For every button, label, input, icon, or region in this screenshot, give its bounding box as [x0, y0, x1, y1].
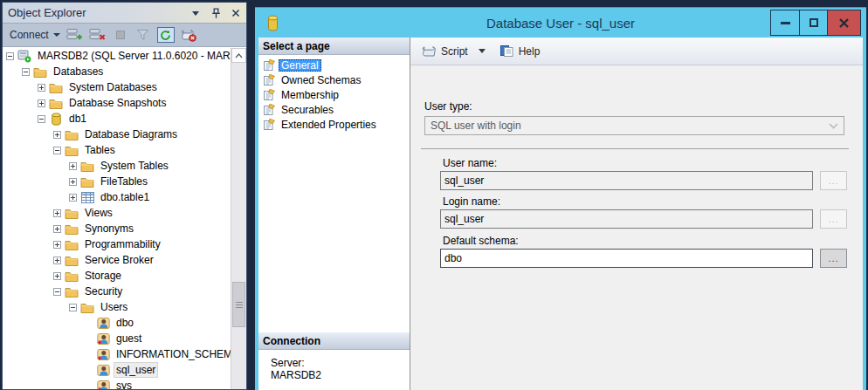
tree-item-sql-user[interactable]: sql_user	[3, 362, 246, 378]
tree-item-users[interactable]: Users	[3, 299, 246, 315]
tree-item-label: sys	[114, 379, 134, 389]
tree-item-database-snapshots[interactable]: Database Snapshots	[3, 95, 246, 111]
page-item-membership[interactable]: Membership	[258, 87, 410, 102]
dialog-titlebar[interactable]: Database User - sql_user	[255, 8, 866, 38]
collapse-icon[interactable]	[69, 304, 77, 311]
help-button[interactable]: Help	[498, 43, 542, 59]
page-icon	[262, 58, 276, 72]
collapse-icon[interactable]	[53, 288, 61, 296]
tree-item-views[interactable]: Views	[3, 205, 246, 221]
page-item-owned-schemas[interactable]: Owned Schemas	[258, 72, 410, 87]
tree-item-label: INFORMATION_SCHEM	[114, 347, 234, 361]
browse-button[interactable]: ...	[820, 249, 847, 268]
section-divider	[421, 148, 849, 149]
page-item-securables[interactable]: Securables	[258, 102, 410, 117]
folder-icon	[65, 270, 79, 282]
tree-item-system-databases[interactable]: System Databases	[3, 79, 246, 95]
tree-scrollbar[interactable]	[231, 48, 246, 389]
user-icon	[96, 364, 110, 377]
collapse-icon[interactable]	[38, 115, 45, 123]
user-type-select[interactable]: SQL user with login	[424, 116, 844, 135]
tree-item-db1[interactable]: db1	[3, 111, 246, 127]
window-position-icon[interactable]	[189, 7, 202, 19]
collapse-icon[interactable]	[22, 68, 30, 76]
folder-icon	[80, 302, 94, 313]
expand-icon[interactable]	[53, 257, 61, 264]
remove-filter-icon[interactable]	[180, 27, 197, 43]
filter-icon	[134, 27, 152, 43]
collapse-icon[interactable]	[53, 147, 61, 154]
expand-icon[interactable]	[69, 178, 77, 186]
server-label: Server:	[271, 357, 410, 369]
tree-item-dbo-table1[interactable]: dbo.table1	[3, 189, 246, 205]
page-icon	[262, 88, 276, 101]
minimize-button[interactable]	[771, 10, 799, 35]
tree-item-synonyms[interactable]: Synonyms	[3, 221, 246, 236]
stop-icon	[112, 27, 129, 43]
connect-server-icon[interactable]	[66, 27, 84, 43]
collapse-icon[interactable]	[6, 52, 14, 60]
dialog-main-pane: Script Help User type: SQL user with log…	[410, 38, 863, 390]
folder-icon	[80, 176, 94, 188]
expand-icon[interactable]	[69, 194, 77, 202]
scroll-up-button[interactable]	[231, 48, 246, 63]
chevron-down-icon	[53, 33, 60, 37]
expand-icon[interactable]	[53, 225, 61, 233]
expand-icon[interactable]	[53, 241, 61, 249]
maximize-button[interactable]	[799, 10, 827, 35]
disconnect-server-icon[interactable]	[89, 27, 107, 43]
tree-item-label: sql_user	[114, 363, 157, 377]
chevron-down-icon	[829, 123, 838, 129]
tree-item-security[interactable]: Security	[3, 284, 246, 299]
scrollbar-thumb[interactable]	[232, 282, 245, 327]
script-button[interactable]: Script	[419, 44, 470, 59]
close-button[interactable]	[827, 10, 860, 35]
page-item-label: Owned Schemas	[279, 74, 363, 86]
tree-item-label: Users	[99, 300, 129, 314]
connect-button[interactable]: Connect	[10, 29, 60, 41]
database-user-dialog: Database User - sql_user Select a page G…	[255, 7, 866, 390]
page-icon	[262, 118, 276, 131]
server-icon	[17, 49, 31, 63]
script-dropdown-icon[interactable]	[479, 49, 486, 53]
tree-item-storage[interactable]: Storage	[3, 268, 246, 284]
tree-item-guest[interactable]: guest	[3, 331, 246, 346]
tree-item-tables[interactable]: Tables	[3, 142, 246, 158]
page-item-label: Membership	[279, 89, 341, 101]
page-item-general[interactable]: General	[258, 58, 410, 72]
field-input[interactable]	[440, 249, 813, 268]
tree-item-marsdb2-sql-server-11-0-6020-m[interactable]: MARSDB2 (SQL Server 11.0.6020 - MARSD	[3, 48, 246, 64]
expand-icon[interactable]	[53, 209, 61, 217]
pin-icon[interactable]	[210, 7, 222, 19]
expand-icon[interactable]	[38, 99, 45, 107]
expand-icon[interactable]	[53, 131, 61, 139]
database-icon	[266, 15, 279, 31]
close-icon[interactable]	[230, 7, 242, 19]
tree-item-information-schem[interactable]: INFORMATION_SCHEM	[3, 346, 246, 362]
tree-item-filetables[interactable]: FileTables	[3, 174, 246, 189]
tree-item-system-tables[interactable]: System Tables	[3, 158, 246, 174]
expand-icon[interactable]	[38, 84, 45, 92]
tree-item-database-diagrams[interactable]: Database Diagrams	[3, 127, 246, 142]
object-explorer-titlebar[interactable]: Object Explorer	[3, 3, 246, 24]
tree-item-service-broker[interactable]: Service Broker	[3, 252, 246, 268]
folder-icon	[65, 129, 79, 140]
tree-item-sys[interactable]: sys	[3, 378, 246, 389]
page-item-extended-properties[interactable]: Extended Properties	[258, 117, 410, 132]
tree-item-dbo[interactable]: dbo	[3, 315, 246, 331]
tree-item-programmability[interactable]: Programmability	[3, 236, 246, 252]
page-icon	[262, 103, 276, 116]
tree-item-label: Service Broker	[83, 253, 155, 267]
general-page-form: User type: SQL user with login User name…	[410, 65, 863, 390]
tree-item-label: Security	[83, 284, 124, 298]
tree-item-databases[interactable]: Databases	[3, 64, 246, 79]
tree-item-label: Databases	[52, 65, 105, 79]
tree-item-label: Database Snapshots	[67, 96, 168, 110]
field-label: User name:	[443, 157, 497, 169]
expand-icon[interactable]	[53, 272, 61, 280]
tree-item-label: dbo	[114, 316, 135, 330]
refresh-icon[interactable]	[157, 27, 175, 43]
expand-icon[interactable]	[69, 162, 77, 170]
object-tree: MARSDB2 (SQL Server 11.0.6020 - MARSD Da…	[3, 48, 246, 389]
connection-panel: Connection Server: MARSDB2 Connection:	[258, 332, 410, 390]
